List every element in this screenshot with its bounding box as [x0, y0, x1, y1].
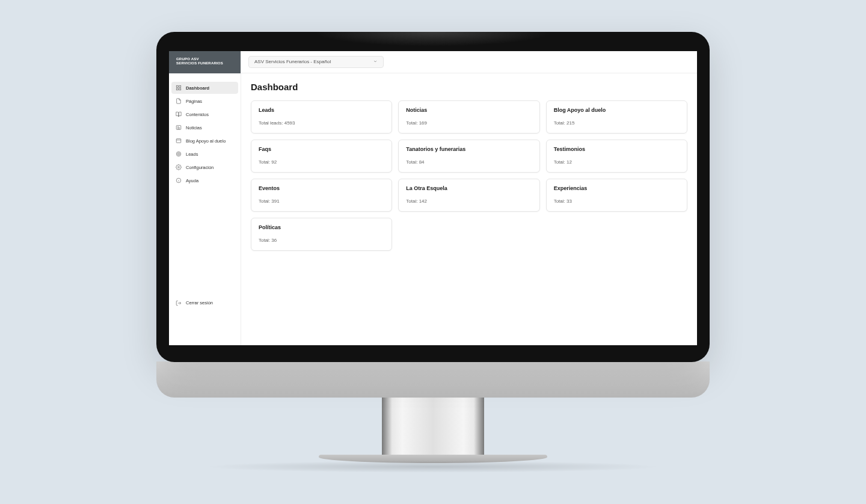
logout-label: Cerrar sesión	[186, 300, 213, 306]
logout-button[interactable]: Cerrar sesión	[171, 297, 238, 309]
dashboard-card-testimonios[interactable]: Testimonios Total: 12	[546, 140, 687, 173]
sidebar-footer: Cerrar sesión	[169, 295, 241, 345]
monitor-bezel: GRUPO ASV SERVICIOS FUNERARIOS Dashboard	[156, 32, 710, 362]
card-title: Faqs	[259, 146, 384, 152]
card-title: Leads	[259, 107, 384, 113]
logout-icon	[176, 300, 182, 306]
gear-icon	[176, 164, 182, 170]
dashboard-card-faqs[interactable]: Faqs Total: 92	[251, 140, 392, 173]
target-icon	[176, 151, 182, 157]
app-screen: GRUPO ASV SERVICIOS FUNERARIOS Dashboard	[169, 51, 697, 345]
sidebar-item-label: Configuración	[186, 165, 213, 170]
brand-line2: SERVICIOS FUNERARIOS	[176, 61, 233, 66]
svg-rect-3	[179, 88, 181, 90]
card-value: Total: 391	[259, 198, 384, 204]
info-icon	[176, 177, 182, 183]
card-title: Testimonios	[554, 146, 680, 152]
book-icon	[176, 111, 182, 117]
svg-point-11	[177, 153, 180, 155]
sidebar-item-label: Contenidos	[186, 112, 209, 117]
brand-logo: GRUPO ASV SERVICIOS FUNERARIOS	[169, 51, 241, 74]
sidebar-item-blog[interactable]: Blog Apoyo al duelo	[171, 135, 238, 147]
file-icon	[176, 98, 182, 104]
news-icon	[176, 124, 182, 131]
svg-point-12	[179, 154, 179, 155]
sidebar-item-label: Blog Apoyo al duelo	[186, 138, 226, 144]
dashboard-card-experiencias[interactable]: Experiencias Total: 33	[546, 179, 687, 212]
site-selector-dropdown[interactable]: ASV Servicios Funerarios - Español	[248, 56, 384, 68]
card-title: Experiencias	[554, 185, 680, 191]
card-value: Total leads: 4593	[259, 120, 384, 126]
card-title: Políticas	[259, 224, 384, 230]
sidebar-item-paginas[interactable]: Páginas	[171, 95, 238, 107]
sidebar-item-dashboard[interactable]: Dashboard	[171, 82, 238, 94]
card-title: Eventos	[259, 185, 384, 191]
svg-rect-2	[176, 88, 178, 90]
sidebar-item-label: Noticias	[186, 125, 202, 131]
sidebar-item-configuracion[interactable]: Configuración	[171, 161, 238, 173]
card-title: Tanatorios y funerarias	[406, 146, 532, 152]
dashboard-card-politicas[interactable]: Políticas Total: 36	[251, 218, 392, 251]
card-title: Blog Apoyo al duelo	[554, 107, 680, 113]
sidebar-item-label: Dashboard	[186, 85, 209, 91]
dashboard-card-noticias[interactable]: Noticias Total: 169	[398, 100, 539, 134]
card-value: Total: 215	[554, 120, 680, 126]
svg-rect-1	[179, 85, 181, 87]
brand-line1: GRUPO ASV	[176, 57, 233, 62]
sidebar-nav: Dashboard Páginas Contenidos	[169, 73, 241, 294]
sidebar-item-leads[interactable]: Leads	[171, 148, 238, 160]
page-title: Dashboard	[251, 82, 687, 92]
topbar: ASV Servicios Funerarios - Español	[241, 51, 697, 73]
svg-point-10	[176, 152, 181, 156]
page-content: Dashboard Leads Total leads: 4593 Notici…	[241, 73, 697, 345]
sidebar-item-label: Ayuda	[186, 178, 198, 183]
card-value: Total: 33	[554, 198, 680, 204]
sidebar-item-noticias[interactable]: Noticias	[171, 121, 238, 134]
sidebar-item-label: Leads	[186, 152, 198, 157]
dashboard-card-esquela[interactable]: La Otra Esquela Total: 142	[398, 179, 539, 212]
monitor-mockup: GRUPO ASV SERVICIOS FUNERARIOS Dashboard	[156, 32, 710, 473]
monitor-chin	[156, 361, 710, 398]
dashboard-card-tanatorios[interactable]: Tanatorios y funerarias Total: 84	[398, 140, 539, 173]
card-value: Total: 92	[259, 159, 384, 165]
monitor-neck	[382, 398, 484, 455]
sidebar-item-label: Páginas	[186, 99, 202, 104]
card-value: Total: 169	[406, 120, 532, 126]
card-title: Noticias	[406, 107, 532, 113]
monitor-camera-notch	[313, 32, 553, 46]
sidebar: GRUPO ASV SERVICIOS FUNERARIOS Dashboard	[169, 51, 241, 345]
monitor-shadow	[204, 461, 662, 473]
card-title: La Otra Esquela	[406, 185, 532, 191]
dashboard-cards-grid: Leads Total leads: 4593 Noticias Total: …	[251, 100, 687, 251]
sidebar-item-ayuda[interactable]: Ayuda	[171, 174, 238, 186]
card-value: Total: 142	[406, 198, 532, 204]
grid-icon	[176, 85, 182, 91]
card-value: Total: 36	[259, 238, 384, 243]
sidebar-item-contenidos[interactable]: Contenidos	[171, 108, 238, 120]
dashboard-card-blog[interactable]: Blog Apoyo al duelo Total: 215	[546, 100, 687, 134]
dashboard-card-leads[interactable]: Leads Total leads: 4593	[251, 100, 392, 134]
dashboard-card-eventos[interactable]: Eventos Total: 391	[251, 179, 392, 212]
main-content: ASV Servicios Funerarios - Español Dashb…	[241, 51, 697, 345]
card-value: Total: 84	[406, 159, 532, 165]
svg-point-13	[178, 167, 180, 168]
blog-icon	[176, 138, 182, 144]
site-selector-value: ASV Servicios Funerarios - Español	[254, 59, 331, 64]
chevron-down-icon	[373, 59, 378, 65]
card-value: Total: 12	[554, 159, 680, 165]
svg-rect-0	[176, 85, 178, 87]
svg-rect-8	[176, 139, 181, 143]
